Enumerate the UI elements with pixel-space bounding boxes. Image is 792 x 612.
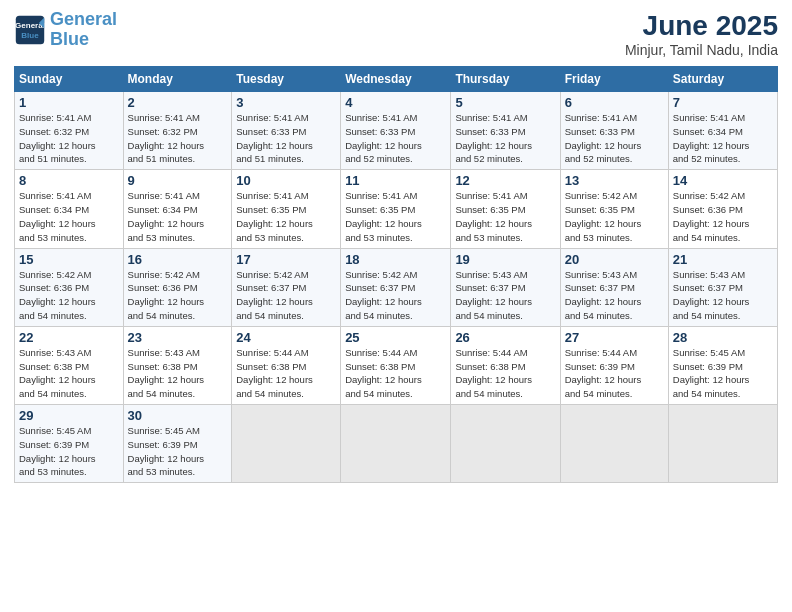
header-row: Sunday Monday Tuesday Wednesday Thursday… <box>15 67 778 92</box>
day-number: 10 <box>236 173 336 188</box>
day-number: 13 <box>565 173 664 188</box>
location-title: Minjur, Tamil Nadu, India <box>625 42 778 58</box>
day-detail: Sunrise: 5:44 AMSunset: 6:38 PMDaylight:… <box>455 347 532 399</box>
day-detail: Sunrise: 5:42 AMSunset: 6:36 PMDaylight:… <box>128 269 205 321</box>
day-detail: Sunrise: 5:41 AMSunset: 6:33 PMDaylight:… <box>345 112 422 164</box>
calendar-cell: 29 Sunrise: 5:45 AMSunset: 6:39 PMDaylig… <box>15 405 124 483</box>
day-number: 5 <box>455 95 555 110</box>
logo-text-line1: General <box>50 10 117 30</box>
calendar-cell: 12 Sunrise: 5:41 AMSunset: 6:35 PMDaylig… <box>451 170 560 248</box>
calendar-cell: 30 Sunrise: 5:45 AMSunset: 6:39 PMDaylig… <box>123 405 232 483</box>
day-detail: Sunrise: 5:43 AMSunset: 6:38 PMDaylight:… <box>19 347 96 399</box>
calendar-cell: 23 Sunrise: 5:43 AMSunset: 6:38 PMDaylig… <box>123 326 232 404</box>
calendar-cell: 20 Sunrise: 5:43 AMSunset: 6:37 PMDaylig… <box>560 248 668 326</box>
calendar-cell: 18 Sunrise: 5:42 AMSunset: 6:37 PMDaylig… <box>341 248 451 326</box>
calendar-cell: 28 Sunrise: 5:45 AMSunset: 6:39 PMDaylig… <box>668 326 777 404</box>
col-sunday: Sunday <box>15 67 124 92</box>
calendar-cell: 21 Sunrise: 5:43 AMSunset: 6:37 PMDaylig… <box>668 248 777 326</box>
calendar-table: Sunday Monday Tuesday Wednesday Thursday… <box>14 66 778 483</box>
calendar-cell: 26 Sunrise: 5:44 AMSunset: 6:38 PMDaylig… <box>451 326 560 404</box>
day-detail: Sunrise: 5:42 AMSunset: 6:35 PMDaylight:… <box>565 190 642 242</box>
table-row: 8 Sunrise: 5:41 AMSunset: 6:34 PMDayligh… <box>15 170 778 248</box>
day-detail: Sunrise: 5:41 AMSunset: 6:34 PMDaylight:… <box>128 190 205 242</box>
day-detail: Sunrise: 5:45 AMSunset: 6:39 PMDaylight:… <box>128 425 205 477</box>
day-number: 3 <box>236 95 336 110</box>
day-number: 23 <box>128 330 228 345</box>
calendar-cell <box>451 405 560 483</box>
day-number: 16 <box>128 252 228 267</box>
calendar-cell: 11 Sunrise: 5:41 AMSunset: 6:35 PMDaylig… <box>341 170 451 248</box>
calendar-cell <box>560 405 668 483</box>
month-title: June 2025 <box>625 10 778 42</box>
calendar-cell <box>668 405 777 483</box>
main-container: General Blue General Blue June 2025 Minj… <box>0 0 792 493</box>
calendar-body: 1 Sunrise: 5:41 AMSunset: 6:32 PMDayligh… <box>15 92 778 483</box>
day-detail: Sunrise: 5:43 AMSunset: 6:37 PMDaylight:… <box>455 269 532 321</box>
day-detail: Sunrise: 5:45 AMSunset: 6:39 PMDaylight:… <box>19 425 96 477</box>
calendar-cell <box>341 405 451 483</box>
day-number: 20 <box>565 252 664 267</box>
day-number: 8 <box>19 173 119 188</box>
day-detail: Sunrise: 5:41 AMSunset: 6:32 PMDaylight:… <box>128 112 205 164</box>
day-number: 9 <box>128 173 228 188</box>
day-detail: Sunrise: 5:41 AMSunset: 6:32 PMDaylight:… <box>19 112 96 164</box>
calendar-cell: 25 Sunrise: 5:44 AMSunset: 6:38 PMDaylig… <box>341 326 451 404</box>
table-row: 29 Sunrise: 5:45 AMSunset: 6:39 PMDaylig… <box>15 405 778 483</box>
day-detail: Sunrise: 5:43 AMSunset: 6:38 PMDaylight:… <box>128 347 205 399</box>
calendar-cell: 9 Sunrise: 5:41 AMSunset: 6:34 PMDayligh… <box>123 170 232 248</box>
calendar-cell: 1 Sunrise: 5:41 AMSunset: 6:32 PMDayligh… <box>15 92 124 170</box>
calendar-cell: 6 Sunrise: 5:41 AMSunset: 6:33 PMDayligh… <box>560 92 668 170</box>
day-number: 2 <box>128 95 228 110</box>
calendar-cell: 3 Sunrise: 5:41 AMSunset: 6:33 PMDayligh… <box>232 92 341 170</box>
day-detail: Sunrise: 5:41 AMSunset: 6:35 PMDaylight:… <box>455 190 532 242</box>
day-number: 30 <box>128 408 228 423</box>
col-thursday: Thursday <box>451 67 560 92</box>
col-saturday: Saturday <box>668 67 777 92</box>
calendar-cell: 22 Sunrise: 5:43 AMSunset: 6:38 PMDaylig… <box>15 326 124 404</box>
day-detail: Sunrise: 5:41 AMSunset: 6:34 PMDaylight:… <box>673 112 750 164</box>
day-detail: Sunrise: 5:41 AMSunset: 6:33 PMDaylight:… <box>565 112 642 164</box>
day-detail: Sunrise: 5:42 AMSunset: 6:37 PMDaylight:… <box>345 269 422 321</box>
day-detail: Sunrise: 5:41 AMSunset: 6:35 PMDaylight:… <box>345 190 422 242</box>
day-number: 17 <box>236 252 336 267</box>
calendar-cell: 14 Sunrise: 5:42 AMSunset: 6:36 PMDaylig… <box>668 170 777 248</box>
day-detail: Sunrise: 5:42 AMSunset: 6:36 PMDaylight:… <box>19 269 96 321</box>
day-detail: Sunrise: 5:45 AMSunset: 6:39 PMDaylight:… <box>673 347 750 399</box>
col-tuesday: Tuesday <box>232 67 341 92</box>
calendar-cell: 8 Sunrise: 5:41 AMSunset: 6:34 PMDayligh… <box>15 170 124 248</box>
day-number: 4 <box>345 95 446 110</box>
col-wednesday: Wednesday <box>341 67 451 92</box>
day-number: 24 <box>236 330 336 345</box>
table-row: 15 Sunrise: 5:42 AMSunset: 6:36 PMDaylig… <box>15 248 778 326</box>
day-detail: Sunrise: 5:43 AMSunset: 6:37 PMDaylight:… <box>565 269 642 321</box>
day-detail: Sunrise: 5:44 AMSunset: 6:39 PMDaylight:… <box>565 347 642 399</box>
calendar-cell: 13 Sunrise: 5:42 AMSunset: 6:35 PMDaylig… <box>560 170 668 248</box>
day-number: 15 <box>19 252 119 267</box>
table-row: 1 Sunrise: 5:41 AMSunset: 6:32 PMDayligh… <box>15 92 778 170</box>
title-block: June 2025 Minjur, Tamil Nadu, India <box>625 10 778 58</box>
calendar-cell: 5 Sunrise: 5:41 AMSunset: 6:33 PMDayligh… <box>451 92 560 170</box>
day-detail: Sunrise: 5:44 AMSunset: 6:38 PMDaylight:… <box>236 347 313 399</box>
day-number: 27 <box>565 330 664 345</box>
day-number: 14 <box>673 173 773 188</box>
day-number: 7 <box>673 95 773 110</box>
calendar-cell: 24 Sunrise: 5:44 AMSunset: 6:38 PMDaylig… <box>232 326 341 404</box>
calendar-cell: 10 Sunrise: 5:41 AMSunset: 6:35 PMDaylig… <box>232 170 341 248</box>
day-detail: Sunrise: 5:41 AMSunset: 6:33 PMDaylight:… <box>236 112 313 164</box>
logo-icon: General Blue <box>14 14 46 46</box>
day-detail: Sunrise: 5:41 AMSunset: 6:34 PMDaylight:… <box>19 190 96 242</box>
day-number: 6 <box>565 95 664 110</box>
day-detail: Sunrise: 5:42 AMSunset: 6:37 PMDaylight:… <box>236 269 313 321</box>
day-number: 19 <box>455 252 555 267</box>
day-detail: Sunrise: 5:41 AMSunset: 6:33 PMDaylight:… <box>455 112 532 164</box>
calendar-cell: 19 Sunrise: 5:43 AMSunset: 6:37 PMDaylig… <box>451 248 560 326</box>
day-number: 25 <box>345 330 446 345</box>
day-number: 22 <box>19 330 119 345</box>
calendar-cell: 2 Sunrise: 5:41 AMSunset: 6:32 PMDayligh… <box>123 92 232 170</box>
day-number: 26 <box>455 330 555 345</box>
day-detail: Sunrise: 5:43 AMSunset: 6:37 PMDaylight:… <box>673 269 750 321</box>
calendar-cell: 4 Sunrise: 5:41 AMSunset: 6:33 PMDayligh… <box>341 92 451 170</box>
day-number: 18 <box>345 252 446 267</box>
col-friday: Friday <box>560 67 668 92</box>
day-number: 28 <box>673 330 773 345</box>
